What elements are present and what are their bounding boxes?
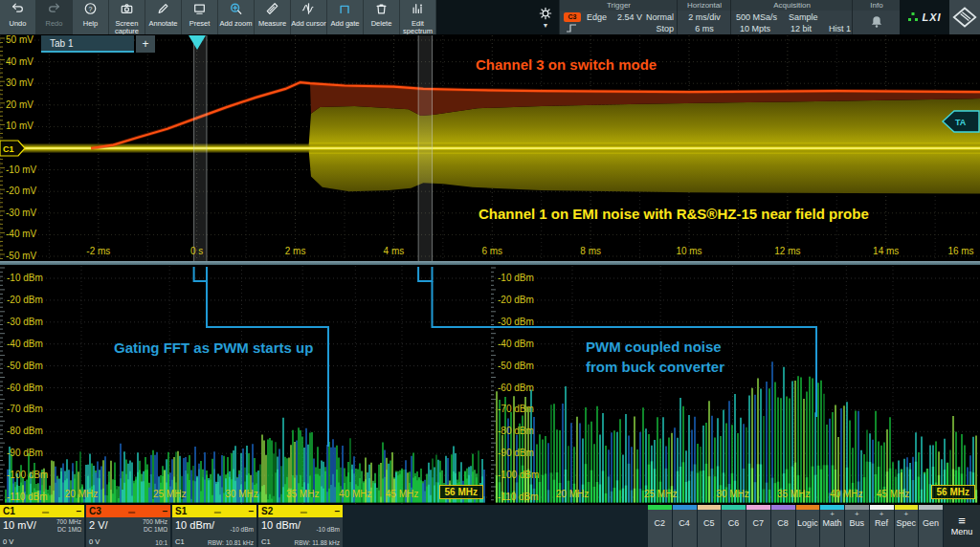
- horizontal-settings-panel[interactable]: Horizontal 2 ms/div 6 ms: [677, 0, 731, 34]
- channel-button-math[interactable]: +Math: [820, 505, 844, 547]
- s1-stop-frequency-label: 56 MHz: [439, 485, 483, 499]
- toolbar-button-screen-capture[interactable]: Screen capture: [109, 0, 145, 34]
- badge-bottom-left: 0 V: [3, 537, 13, 546]
- channel-button-label: C7: [753, 518, 765, 528]
- channel-button-label: C4: [679, 518, 690, 528]
- channel-add-indicator: +: [880, 510, 884, 518]
- toolbar-button-measure[interactable]: Measure: [255, 0, 291, 34]
- lxi-status: LXI: [900, 0, 949, 34]
- badge-bottom-right: RBW: 10.81 kHz: [208, 539, 254, 546]
- info-panel[interactable]: Info: [852, 0, 901, 34]
- waveform-diagram[interactable]: C1TA50 mV40 mV30 mV20 mV10 mV-10 mV-20 m…: [0, 34, 980, 261]
- badge-drag-handle[interactable]: ▬: [15, 505, 77, 517]
- annotate-icon: [156, 2, 170, 19]
- toolbar-button-add-gate[interactable]: Add gate: [327, 0, 364, 34]
- channel-button-c7[interactable]: C7: [746, 505, 770, 547]
- add-cursor-icon: [301, 2, 316, 19]
- menu-button[interactable]: ≡ Menu: [944, 505, 980, 547]
- badge-minimize-button[interactable]: –: [76, 506, 81, 516]
- add-gate-icon: [338, 2, 352, 19]
- measure-icon: [265, 2, 279, 19]
- toolbar-button-redo[interactable]: Redo: [36, 0, 73, 34]
- toolbar-button-label: Delete: [371, 20, 392, 28]
- acquisition-mode: Sample: [789, 12, 818, 22]
- toolbar-button-add-cursor[interactable]: Add cursor: [291, 0, 327, 34]
- channel-button-c6[interactable]: C6: [722, 505, 746, 547]
- badge-bottom-right: RBW: 11.88 kHz: [295, 539, 340, 546]
- badge-info-top: 700 MHz: [56, 518, 81, 525]
- signal-badge-s2[interactable]: S2▬–10 dBm/-10 dBmC1RBW: 11.88 kHz: [258, 505, 343, 547]
- badge-scale: 2 V/: [89, 519, 108, 531]
- fft-gate-region-2[interactable]: [418, 35, 432, 261]
- channel-button-label: C2: [655, 518, 666, 528]
- spectrum-s1-diagram[interactable]: 56 MHz -10 dBm-20 dBm-30 dBm-40 dBm-50 d…: [0, 265, 488, 505]
- fft-gate-region-1[interactable]: [194, 35, 207, 261]
- spectrum-s2-diagram[interactable]: 56 MHz -10 dBm-20 dBm-30 dBm-40 dBm-50 d…: [491, 265, 980, 505]
- rohde-schwarz-logo: [949, 0, 980, 34]
- channel-button-c4[interactable]: C4: [673, 505, 697, 547]
- help-icon: ?: [83, 2, 98, 19]
- channel-button-c5[interactable]: C5: [698, 505, 722, 547]
- horizontal-title: Horizontal: [678, 0, 731, 11]
- channel-color-strip: [673, 505, 697, 510]
- channel-button-label: Logic: [797, 518, 818, 528]
- svg-text:?: ?: [89, 6, 93, 12]
- settings-gear-button[interactable]: ▼: [532, 0, 559, 34]
- toolbar-button-label: Help: [83, 20, 98, 28]
- acquisition-settings-panel[interactable]: Acquisition 500 MSa/s 10 Mpts Sample 12 …: [730, 0, 853, 34]
- signal-badge-c1[interactable]: C1▬–10 mV/700 MHzDC 1MΩ0 V: [0, 505, 84, 547]
- diagram-divider[interactable]: [0, 261, 980, 265]
- badge-bottom-left: 0 V: [89, 537, 100, 546]
- channel-button-c8[interactable]: C8: [771, 505, 795, 547]
- channel-add-indicator: +: [830, 510, 835, 518]
- badge-minimize-button[interactable]: –: [334, 506, 340, 516]
- diagram-tab-bar: Tab 1 +: [41, 35, 155, 53]
- channel-button-spec[interactable]: +Spec: [895, 505, 919, 547]
- trigger-settings-panel[interactable]: Trigger C3 Edge 2.54 V Normal Stop: [559, 0, 678, 34]
- toolbar-button-annotate[interactable]: Annotate: [145, 0, 182, 34]
- svg-text:C1: C1: [3, 144, 14, 154]
- trigger-type: Edge: [587, 12, 607, 22]
- badge-info-bottom: DC 1MΩ: [144, 526, 167, 533]
- signal-badge-c3[interactable]: C3▬–2 V/700 MHzDC 1MΩ0 V10:1: [86, 505, 170, 547]
- menu-button-label: Menu: [951, 527, 973, 536]
- channel-button-label: Gen: [923, 518, 939, 528]
- badge-drag-handle[interactable]: ▬: [187, 505, 248, 517]
- badge-drag-handle[interactable]: ▬: [101, 505, 163, 517]
- badge-bottom-right: 10:1: [155, 539, 167, 546]
- signal-badge-s1[interactable]: S1▬–10 dBm/-10 dBmC1RBW: 10.81 kHz: [172, 505, 256, 547]
- badge-info-bottom: DC 1MΩ: [57, 526, 81, 533]
- toolbar-button-preset[interactable]: Preset: [182, 0, 218, 34]
- add-tab-button[interactable]: +: [136, 35, 155, 53]
- bell-icon: [870, 14, 883, 29]
- channel-button-logic[interactable]: Logic: [796, 505, 820, 547]
- channel-color-strip: [722, 505, 746, 510]
- badge-info-top: 700 MHz: [143, 518, 167, 525]
- fft-left-canvas: [0, 265, 488, 505]
- toolbar-button-help[interactable]: ?Help: [73, 0, 109, 34]
- channel-button-ref[interactable]: +Ref: [870, 505, 894, 547]
- channel-button-c2[interactable]: C2: [648, 505, 672, 547]
- channel-add-indicator: +: [904, 510, 909, 518]
- channel-button-bus[interactable]: +Bus: [845, 505, 869, 547]
- acquisition-sample-rate: 500 MSa/s: [736, 12, 777, 22]
- channel-button-label: Spec: [897, 518, 917, 528]
- toolbar-button-edit-spectrum[interactable]: Edit spectrum: [400, 0, 436, 34]
- lxi-led-icon: [907, 11, 919, 23]
- toolbar-button-undo[interactable]: Undo: [0, 0, 36, 34]
- badge-id: C3: [89, 506, 101, 516]
- toolbar-button-label: Preset: [189, 20, 211, 28]
- badge-drag-handle[interactable]: ▬: [273, 505, 334, 517]
- toolbar-button-label: Add zoom: [220, 20, 253, 28]
- toolbar-button-delete[interactable]: Delete: [364, 0, 400, 34]
- toolbar-button-add-zoom[interactable]: Add zoom: [218, 0, 255, 34]
- tab-1-label: Tab 1: [50, 38, 73, 49]
- toolbar-button-label: Redo: [46, 20, 63, 28]
- trigger-title: Trigger: [560, 0, 678, 11]
- tab-1[interactable]: Tab 1: [41, 35, 134, 53]
- toolbar-button-label: Add cursor: [291, 20, 325, 28]
- badge-minimize-button[interactable]: –: [248, 506, 254, 516]
- badge-minimize-button[interactable]: –: [162, 506, 167, 516]
- channel-button-gen[interactable]: Gen: [919, 505, 943, 547]
- bottom-signal-bar: C1▬–10 mV/700 MHzDC 1MΩ0 VC3▬–2 V/700 MH…: [0, 505, 980, 547]
